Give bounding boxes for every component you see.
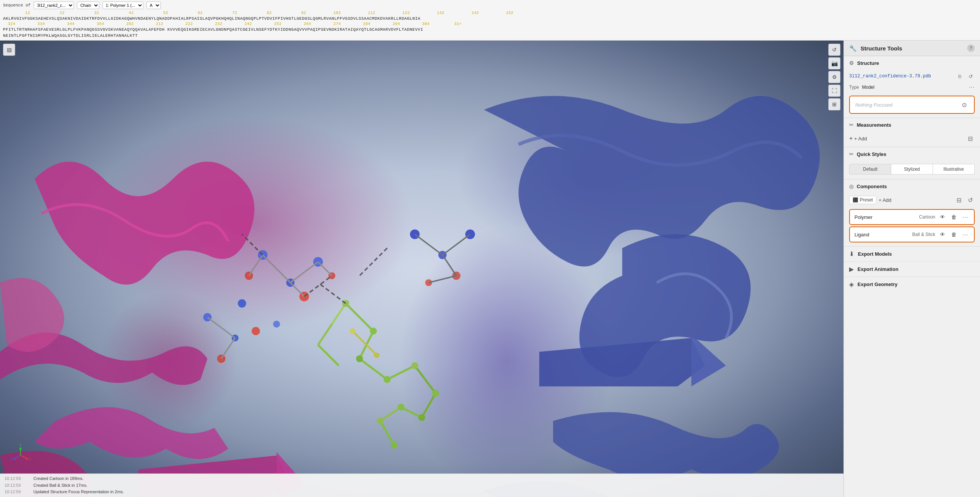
- chain-select[interactable]: Chain: [77, 2, 99, 9]
- preset-button[interactable]: ⬛ Preset: [849, 196, 877, 204]
- svg-line-49: [360, 248, 387, 276]
- structure-select[interactable]: 3l12_rank2_c...: [34, 2, 74, 9]
- components-menu-button[interactable]: ⊟: [954, 195, 963, 204]
- svg-line-5: [387, 366, 415, 379]
- type-more-button[interactable]: ⋯: [969, 84, 975, 90]
- svg-text:x: x: [29, 457, 31, 461]
- add-component-button[interactable]: + Add: [879, 197, 892, 203]
- structure-icon: ⚙: [849, 60, 854, 66]
- measurements-section: ✂ Measurements + + Add ⊟: [844, 118, 980, 147]
- svg-line-55: [415, 234, 442, 255]
- add-measurement-button[interactable]: + + Add: [849, 135, 867, 142]
- sequence-text-2: PFITLTRTNRHAFSFAEVESRLGLPLFVKPANQGSSVGVS…: [3, 27, 977, 33]
- svg-line-48: [318, 283, 346, 304]
- sequence-of-label: Sequence of: [3, 3, 31, 8]
- svg-line-8: [401, 407, 422, 417]
- measurements-section-header[interactable]: ✂ Measurements: [844, 118, 980, 132]
- polymer-more-button[interactable]: ⋯: [961, 213, 969, 221]
- focus-button[interactable]: ⊙: [959, 100, 969, 109]
- svg-line-46: [304, 276, 332, 297]
- structure-section-header[interactable]: ⚙ Structure: [844, 56, 980, 70]
- add-component-label: + Add: [879, 197, 892, 203]
- svg-point-21: [398, 404, 404, 411]
- add-icon: +: [849, 135, 853, 142]
- refresh-button[interactable]: ↺: [828, 44, 840, 56]
- layers-button[interactable]: ▤: [3, 44, 15, 56]
- export-animation-label: Export Animation: [858, 266, 899, 272]
- polymer-select[interactable]: 1: Polymer 1 (...: [102, 2, 143, 9]
- svg-line-40: [318, 262, 332, 276]
- fullscreen-button[interactable]: ⛶: [828, 84, 840, 97]
- residue-select[interactable]: A: [146, 2, 161, 9]
- settings-button[interactable]: ⚙: [828, 71, 840, 83]
- measurements-content: + + Add ⊟: [844, 132, 980, 147]
- svg-marker-60: [26, 457, 28, 460]
- components-section: ◎ Components ⬛ Preset + Add ⊟ ↺ Polymer …: [844, 180, 980, 247]
- components-toolbar: ⬛ Preset + Add ⊟ ↺: [844, 193, 980, 207]
- sequence-text-1: AKLRVGIVFGGKSAEHEVSLQSAKNIVDAIDKTRFDVVLL…: [3, 16, 977, 22]
- measurements-menu-button[interactable]: ⊟: [966, 134, 975, 143]
- ligand-visibility-button[interactable]: 👁: [938, 230, 947, 239]
- panel-title: Structure Tools: [861, 45, 963, 52]
- status-msg-1: Created Cartoon in 189ms.: [33, 475, 83, 482]
- export-geometry-item[interactable]: ◈ Export Geometry: [844, 277, 980, 292]
- screenshot-button[interactable]: 📷: [828, 57, 840, 69]
- export-animation-item[interactable]: ▶ Export Animation: [844, 262, 980, 277]
- svg-point-43: [217, 355, 225, 363]
- ligand-delete-button[interactable]: 🗑: [950, 230, 958, 239]
- viewport-canvas[interactable]: ▤ ↺ 📷 ⚙ ⛶ ⊞ x y: [0, 41, 843, 497]
- svg-line-44: [207, 317, 235, 338]
- help-button[interactable]: ?: [967, 45, 975, 52]
- refresh-structure-button[interactable]: ↺: [966, 72, 975, 80]
- svg-line-58: [429, 276, 456, 283]
- components-icon: ◎: [849, 183, 854, 189]
- svg-point-17: [384, 376, 391, 383]
- components-refresh-button[interactable]: ↺: [966, 195, 975, 204]
- status-msg-2: Created Ball & Stick in 17ms.: [33, 482, 87, 489]
- style-stylized-button[interactable]: Stylized: [891, 164, 933, 175]
- svg-point-18: [412, 362, 418, 369]
- status-row-1: 10:12:59 Created Cartoon in 189ms.: [5, 475, 839, 482]
- ligand-type: Ball & Stick: [912, 232, 935, 237]
- svg-line-24: [353, 331, 377, 355]
- polymer-delete-button[interactable]: 🗑: [950, 213, 958, 221]
- axis-indicator: x y z: [9, 444, 32, 467]
- viewport-toolbar-left: ▤: [3, 44, 15, 56]
- svg-point-35: [252, 327, 260, 335]
- svg-point-26: [374, 352, 380, 358]
- type-label: Type: [849, 84, 859, 90]
- status-time-2: 10:12:59: [5, 482, 27, 489]
- sequence-bar: Sequence of 3l12_rank2_c... Chain 1: Pol…: [0, 0, 980, 41]
- svg-point-32: [245, 272, 253, 280]
- status-time-3: 10:12:59: [5, 489, 27, 495]
- structure-filename: 3l12_rank2_confidence-3.79.pdb: [849, 73, 953, 79]
- components-section-title: Components: [857, 184, 975, 189]
- quick-styles-section: ✂ Quick Styles Default Stylized Illustra…: [844, 147, 980, 180]
- style-illustrative-button[interactable]: Illustrative: [933, 164, 975, 175]
- preset-icon: ⬛: [853, 197, 858, 202]
- viewport-area[interactable]: ▤ ↺ 📷 ⚙ ⛶ ⊞ x y: [0, 41, 843, 497]
- quick-styles-header[interactable]: ✂ Quick Styles: [844, 147, 980, 161]
- export-models-icon: ⬇: [849, 250, 854, 258]
- type-row: Type Model ⋯: [844, 83, 980, 93]
- svg-line-36: [263, 255, 291, 283]
- svg-line-57: [442, 255, 456, 276]
- sequence-text-3: NEINTLPGFTNISMYPKLWQASGLGYTDLISRLIELALER…: [3, 33, 977, 39]
- layout-button[interactable]: ⊞: [828, 98, 840, 110]
- copy-button[interactable]: ⎘: [956, 72, 964, 80]
- polymer-type: Cartoon: [919, 214, 935, 220]
- measurements-icon: ✂: [849, 122, 854, 128]
- ligand-more-button[interactable]: ⋯: [961, 230, 969, 239]
- main-layout: ▤ ↺ 📷 ⚙ ⛶ ⊞ x y: [0, 41, 980, 497]
- svg-line-39: [291, 283, 304, 296]
- export-models-item[interactable]: ⬇ Export Models: [844, 247, 980, 262]
- svg-line-37: [291, 262, 318, 283]
- style-default-button[interactable]: Default: [849, 164, 891, 175]
- svg-line-12: [318, 324, 332, 345]
- preset-label: Preset: [860, 197, 873, 202]
- svg-point-31: [273, 320, 280, 327]
- polymer-visibility-button[interactable]: 👁: [938, 213, 947, 221]
- svg-text:y: y: [19, 444, 21, 446]
- svg-line-11: [332, 304, 345, 324]
- components-section-header[interactable]: ◎ Components: [844, 180, 980, 193]
